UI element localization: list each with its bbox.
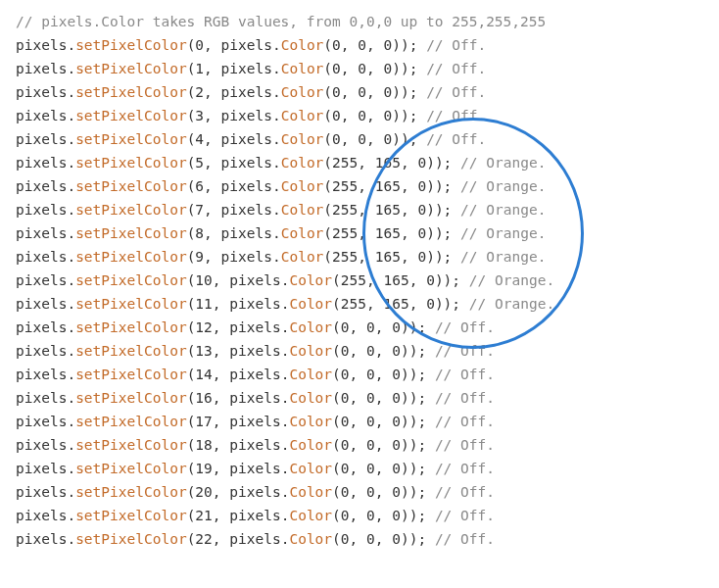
- pixel-index: 14: [195, 367, 212, 382]
- rgb-g: 0: [358, 84, 366, 100]
- code-object: pixels: [16, 319, 67, 335]
- code-method-color: Color: [281, 178, 324, 194]
- code-line: pixels.setPixelColor(4, pixels.Color(0, …: [16, 127, 719, 151]
- rgb-b: 0: [392, 414, 401, 429]
- code-method-color: Color: [289, 531, 332, 547]
- code-line: pixels.setPixelColor(17, pixels.Color(0,…: [16, 410, 719, 433]
- code-object: pixels: [16, 249, 67, 265]
- line-comment: // Off.: [435, 343, 495, 359]
- rgb-b: 0: [392, 437, 401, 453]
- code-line: pixels.setPixelColor(12, pixels.Color(0,…: [16, 316, 719, 339]
- code-method-set: setPixelColor: [75, 202, 187, 218]
- rgb-r: 0: [341, 484, 350, 500]
- line-comment: // Off.: [435, 461, 495, 476]
- code-object: pixels: [229, 437, 280, 453]
- rgb-r: 255: [332, 178, 358, 194]
- rgb-b: 0: [392, 390, 401, 406]
- pixel-index: 13: [195, 343, 212, 359]
- rgb-g: 165: [383, 296, 408, 312]
- code-object: pixels: [16, 296, 67, 312]
- code-method-set: setPixelColor: [75, 131, 187, 147]
- code-method-color: Color: [289, 484, 332, 500]
- rgb-g: 0: [358, 131, 366, 147]
- code-object: pixels: [16, 202, 67, 218]
- code-method-color: Color: [289, 414, 332, 429]
- line-comment: // Orange.: [460, 202, 546, 218]
- code-object: pixels: [229, 461, 280, 476]
- code-object: pixels: [16, 343, 67, 359]
- code-object: pixels: [229, 508, 280, 523]
- code-object: pixels: [229, 319, 280, 335]
- pixel-index: 21: [195, 508, 212, 523]
- rgb-g: 0: [358, 61, 366, 76]
- code-method-color: Color: [281, 37, 324, 53]
- code-method-color: Color: [281, 61, 324, 76]
- code-object: pixels: [229, 390, 280, 406]
- rgb-r: 0: [341, 390, 350, 406]
- rgb-g: 165: [375, 249, 401, 265]
- line-comment: // Off.: [435, 390, 495, 406]
- rgb-g: 165: [375, 202, 401, 218]
- code-line: pixels.setPixelColor(14, pixels.Color(0,…: [16, 363, 719, 386]
- rgb-g: 0: [366, 390, 375, 406]
- code-line: pixels.setPixelColor(8, pixels.Color(255…: [16, 221, 719, 245]
- code-line: pixels.setPixelColor(1, pixels.Color(0, …: [16, 57, 719, 80]
- code-method-color: Color: [289, 296, 332, 312]
- rgb-b: 0: [392, 484, 401, 500]
- code-object: pixels: [229, 367, 280, 382]
- rgb-g: 0: [366, 414, 375, 429]
- line-comment: // Orange.: [460, 225, 546, 241]
- code-line: pixels.setPixelColor(10, pixels.Color(25…: [16, 269, 719, 292]
- rgb-g: 0: [366, 484, 375, 500]
- rgb-b: 0: [383, 131, 392, 147]
- code-line: pixels.setPixelColor(6, pixels.Color(255…: [16, 174, 719, 198]
- rgb-b: 0: [392, 461, 401, 476]
- rgb-g: 0: [366, 461, 375, 476]
- rgb-r: 0: [332, 37, 341, 53]
- pixel-index: 19: [195, 461, 212, 476]
- code-line: pixels.setPixelColor(22, pixels.Color(0,…: [16, 527, 719, 551]
- pixel-index: 7: [195, 202, 204, 218]
- rgb-b: 0: [392, 319, 401, 335]
- pixel-index: 2: [195, 84, 204, 100]
- code-method-color: Color: [289, 508, 332, 523]
- code-method-set: setPixelColor: [75, 178, 187, 194]
- code-object: pixels: [221, 225, 272, 241]
- code-method-color: Color: [289, 390, 332, 406]
- code-line: pixels.setPixelColor(19, pixels.Color(0,…: [16, 457, 719, 480]
- code-block: // pixels.Color takes RGB values, from 0…: [16, 10, 719, 551]
- rgb-b: 0: [392, 343, 401, 359]
- pixel-index: 4: [195, 131, 204, 147]
- code-line: pixels.setPixelColor(18, pixels.Color(0,…: [16, 433, 719, 457]
- rgb-r: 255: [332, 225, 358, 241]
- code-object: pixels: [16, 272, 67, 288]
- rgb-g: 165: [375, 225, 401, 241]
- code-object: pixels: [16, 61, 67, 76]
- rgb-r: 0: [332, 131, 341, 147]
- rgb-b: 0: [417, 202, 426, 218]
- rgb-r: 0: [332, 84, 341, 100]
- code-object: pixels: [16, 367, 67, 382]
- code-line: pixels.setPixelColor(5, pixels.Color(255…: [16, 151, 719, 174]
- rgb-b: 0: [383, 84, 392, 100]
- rgb-b: 0: [392, 508, 401, 523]
- code-method-set: setPixelColor: [75, 367, 187, 382]
- code-object: pixels: [16, 155, 67, 171]
- code-line: pixels.setPixelColor(0, pixels.Color(0, …: [16, 33, 719, 57]
- pixel-index: 11: [195, 296, 212, 312]
- rgb-b: 0: [417, 249, 426, 265]
- line-comment: // Off.: [435, 531, 495, 547]
- code-method-set: setPixelColor: [75, 437, 187, 453]
- code-line: pixels.setPixelColor(11, pixels.Color(25…: [16, 292, 719, 316]
- line-comment: // Orange.: [460, 155, 546, 171]
- code-line: pixels.setPixelColor(21, pixels.Color(0,…: [16, 504, 719, 527]
- code-method-set: setPixelColor: [75, 155, 187, 171]
- pixel-index: 6: [195, 178, 204, 194]
- code-line: pixels.setPixelColor(13, pixels.Color(0,…: [16, 339, 719, 363]
- pixel-index: 12: [195, 319, 212, 335]
- line-comment: // Off.: [435, 508, 495, 523]
- code-object: pixels: [221, 84, 272, 100]
- code-method-set: setPixelColor: [75, 343, 187, 359]
- pixel-index: 0: [195, 37, 204, 53]
- code-method-color: Color: [281, 84, 324, 100]
